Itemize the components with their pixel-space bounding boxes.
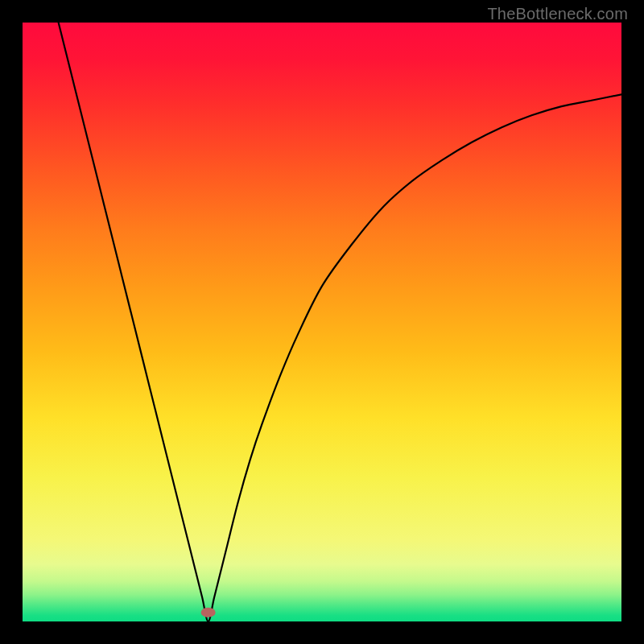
bottleneck-chart bbox=[23, 23, 621, 621]
watermark-text: TheBottleneck.com bbox=[487, 5, 628, 23]
chart-frame bbox=[23, 23, 621, 621]
gradient-background bbox=[23, 23, 621, 621]
optimal-marker bbox=[201, 608, 216, 617]
